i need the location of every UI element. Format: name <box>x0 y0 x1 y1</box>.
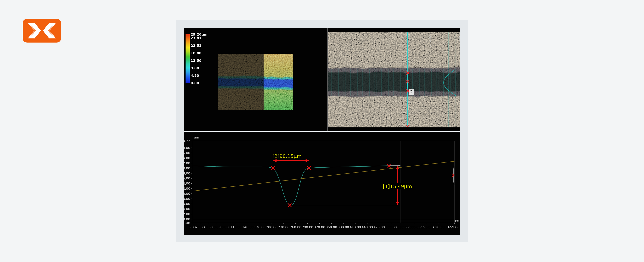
svg-text:620.00: 620.00 <box>433 225 444 229</box>
svg-text:24.00: 24.00 <box>184 156 190 160</box>
svg-text:590.00: 590.00 <box>421 225 432 229</box>
svg-text:20.00: 20.00 <box>184 166 190 170</box>
measured-profile <box>192 166 389 205</box>
height-map-image[interactable] <box>218 54 293 110</box>
svg-text:22.00: 22.00 <box>184 161 190 165</box>
depth-measure-label: [1]15.49µm <box>383 184 412 189</box>
svg-text:290.00: 290.00 <box>302 225 313 229</box>
profile-chart[interactable]: 30.7228.0026.0024.0022.0020.0018.0016.00… <box>184 132 460 235</box>
svg-text:14.00: 14.00 <box>184 182 190 185</box>
svg-text:410.00: 410.00 <box>350 225 361 229</box>
svg-text:230.00: 230.00 <box>278 225 289 229</box>
svg-text:-1.46: -1.46 <box>184 221 190 225</box>
measurement-workspace: 29.26µm 27.0122.5118.0013.509.004.500.00 <box>176 20 468 242</box>
svg-text:530.00: 530.00 <box>397 225 408 229</box>
svg-text:200.00: 200.00 <box>266 225 277 229</box>
svg-text:140.00: 140.00 <box>242 225 254 229</box>
color-scale-max-label: 29.26µm <box>191 32 208 36</box>
svg-text:80.00: 80.00 <box>220 225 229 229</box>
svg-text:10.00: 10.00 <box>184 192 190 196</box>
microscope-image-panel[interactable]: 2 209.95µm 3.45µm <box>328 28 460 131</box>
svg-text:28.00: 28.00 <box>184 146 190 150</box>
color-scale-tick-label: 22.51 <box>191 43 202 48</box>
page: 29.26µm 27.0122.5118.0013.509.004.500.00 <box>0 0 644 262</box>
svg-text:0.00: 0.00 <box>188 225 196 229</box>
svg-text:2.00: 2.00 <box>184 212 190 216</box>
svg-text:320.00: 320.00 <box>314 225 325 229</box>
app-logo <box>23 19 61 42</box>
svg-text:8.00: 8.00 <box>184 197 190 201</box>
preview-scale-label: 3.45µm <box>459 32 460 43</box>
plot-border <box>192 141 454 223</box>
svg-text:110.00: 110.00 <box>230 225 242 229</box>
height-map-panel[interactable]: 29.26µm 27.0122.5118.0013.509.004.500.00 <box>184 28 328 131</box>
logo-background <box>23 19 61 42</box>
svg-text:659.06: 659.06 <box>448 225 459 229</box>
svg-text:350.00: 350.00 <box>326 225 337 229</box>
leveling-line <box>192 161 454 191</box>
svg-text:18.00: 18.00 <box>184 172 190 175</box>
color-scale-tick-label: 0.00 <box>191 81 199 85</box>
svg-text:260.00: 260.00 <box>290 225 301 229</box>
svg-text:6.00: 6.00 <box>184 202 190 206</box>
y-tick-labels: 30.7228.0026.0024.0022.0020.0018.0016.00… <box>184 139 192 225</box>
width-measure-label: [2]90.15µm <box>272 153 302 159</box>
color-scale-tick-label: 13.50 <box>191 58 202 63</box>
svg-text:26.00: 26.00 <box>184 151 190 155</box>
svg-text:380.00: 380.00 <box>338 225 349 229</box>
preview-length-label: 209.95µm <box>428 32 432 47</box>
color-scale-tick-label: 9.00 <box>191 66 199 70</box>
color-scale-tick-label: 4.50 <box>191 73 199 78</box>
profile-chart-panel: 30.7228.0026.0024.0022.0020.0018.0016.00… <box>184 132 460 235</box>
svg-text:30.72: 30.72 <box>184 139 190 143</box>
x-unit-label: µm <box>455 219 460 222</box>
line-number-label: 2 <box>410 90 413 94</box>
x-tick-labels: 0.0020.0040.0060.0080.00110.00140.00170.… <box>188 223 459 229</box>
microscope-image[interactable]: 2 209.95µm 3.45µm <box>328 32 460 127</box>
svg-text:0.00: 0.00 <box>184 217 190 221</box>
svg-text:440.00: 440.00 <box>362 225 373 229</box>
svg-text:4.00: 4.00 <box>184 207 190 211</box>
svg-text:470.00: 470.00 <box>374 225 385 229</box>
color-scale-bar <box>186 34 190 83</box>
svg-text:170.00: 170.00 <box>254 225 266 229</box>
y-unit-label: µm <box>194 135 199 139</box>
svg-text:560.00: 560.00 <box>409 225 420 229</box>
logo-graphic <box>23 19 61 42</box>
color-scale-tick-label: 27.01 <box>191 36 202 40</box>
color-scale-tick-label: 18.00 <box>191 51 202 55</box>
scan-lines <box>328 69 460 96</box>
svg-text:500.00: 500.00 <box>386 225 396 229</box>
svg-text:16.00: 16.00 <box>184 176 190 180</box>
measure-point-marker <box>272 167 275 170</box>
measurement-annotation-1: [1]15.49µm <box>290 164 412 205</box>
measurement-annotation-2: [2]90.15µm <box>272 153 310 170</box>
svg-text:12.00: 12.00 <box>184 187 190 190</box>
